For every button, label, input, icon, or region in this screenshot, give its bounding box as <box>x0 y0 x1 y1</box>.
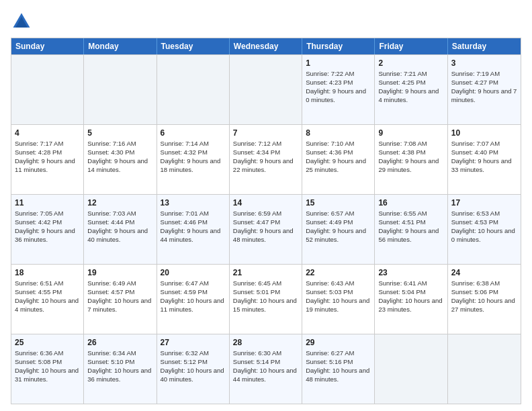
day-cell-17: 17Sunrise: 6:53 AMSunset: 4:53 PMDayligh… <box>448 195 521 264</box>
day-cell-15: 15Sunrise: 6:57 AMSunset: 4:49 PMDayligh… <box>302 195 375 264</box>
day-info: Sunrise: 6:32 AMSunset: 5:12 PMDaylight:… <box>161 349 224 382</box>
day-info: Sunrise: 6:49 AMSunset: 4:57 PMDaylight:… <box>87 279 151 312</box>
day-info: Sunrise: 7:14 AMSunset: 4:32 PMDaylight:… <box>161 140 221 173</box>
day-cell-6: 6Sunrise: 7:14 AMSunset: 4:32 PMDaylight… <box>157 125 230 194</box>
day-info: Sunrise: 7:07 AMSunset: 4:40 PMDaylight:… <box>451 140 512 173</box>
day-cell-29: 29Sunrise: 6:27 AMSunset: 5:16 PMDayligh… <box>302 334 375 404</box>
day-cell-26: 26Sunrise: 6:34 AMSunset: 5:10 PMDayligh… <box>84 334 157 404</box>
day-number: 9 <box>378 128 443 138</box>
day-number: 8 <box>306 128 371 138</box>
day-info: Sunrise: 6:27 AMSunset: 5:16 PMDaylight:… <box>306 349 369 382</box>
day-cell-empty <box>84 55 157 124</box>
week-row-3: 11Sunrise: 7:05 AMSunset: 4:42 PMDayligh… <box>11 194 521 264</box>
day-number: 21 <box>233 267 298 278</box>
calendar-header: SundayMondayTuesdayWednesdayThursdayFrid… <box>11 38 521 54</box>
day-number: 15 <box>306 197 371 208</box>
day-header-thursday: Thursday <box>302 38 375 54</box>
day-number: 12 <box>87 197 152 208</box>
day-cell-13: 13Sunrise: 7:01 AMSunset: 4:46 PMDayligh… <box>157 195 230 264</box>
day-cell-27: 27Sunrise: 6:32 AMSunset: 5:12 PMDayligh… <box>157 334 230 404</box>
day-number: 18 <box>15 267 80 278</box>
day-info: Sunrise: 6:55 AMSunset: 4:51 PMDaylight:… <box>378 210 439 242</box>
day-header-monday: Monday <box>84 38 157 54</box>
day-cell-19: 19Sunrise: 6:49 AMSunset: 4:57 PMDayligh… <box>84 265 157 334</box>
day-number: 5 <box>87 128 152 138</box>
day-info: Sunrise: 7:05 AMSunset: 4:42 PMDaylight:… <box>15 210 75 242</box>
day-number: 29 <box>306 337 371 348</box>
day-cell-empty <box>157 55 230 124</box>
day-cell-8: 8Sunrise: 7:10 AMSunset: 4:36 PMDaylight… <box>302 125 375 194</box>
day-number: 17 <box>451 197 517 208</box>
day-header-sunday: Sunday <box>11 38 84 54</box>
day-number: 25 <box>15 337 80 348</box>
day-cell-7: 7Sunrise: 7:12 AMSunset: 4:34 PMDaylight… <box>230 125 302 194</box>
week-row-2: 4Sunrise: 7:17 AMSunset: 4:28 PMDaylight… <box>11 124 521 194</box>
logo-icon <box>11 11 32 32</box>
day-info: Sunrise: 7:01 AMSunset: 4:46 PMDaylight:… <box>161 210 221 242</box>
day-number: 24 <box>451 267 517 278</box>
day-cell-2: 2Sunrise: 7:21 AMSunset: 4:25 PMDaylight… <box>375 55 447 124</box>
day-number: 20 <box>161 267 226 278</box>
day-info: Sunrise: 7:10 AMSunset: 4:36 PMDaylight:… <box>306 140 366 173</box>
day-info: Sunrise: 6:36 AMSunset: 5:08 PMDaylight:… <box>15 349 79 382</box>
day-number: 11 <box>15 197 80 208</box>
day-cell-empty <box>230 55 302 124</box>
day-number: 28 <box>233 337 298 348</box>
day-info: Sunrise: 6:57 AMSunset: 4:49 PMDaylight:… <box>306 210 366 242</box>
day-info: Sunrise: 7:08 AMSunset: 4:38 PMDaylight:… <box>378 140 439 173</box>
day-cell-22: 22Sunrise: 6:43 AMSunset: 5:03 PMDayligh… <box>302 265 375 334</box>
day-number: 6 <box>161 128 226 138</box>
day-cell-9: 9Sunrise: 7:08 AMSunset: 4:38 PMDaylight… <box>375 125 447 194</box>
day-number: 26 <box>87 337 152 348</box>
day-number: 19 <box>87 267 152 278</box>
day-number: 3 <box>451 58 517 68</box>
header <box>11 11 521 32</box>
week-row-1: 1Sunrise: 7:22 AMSunset: 4:23 PMDaylight… <box>11 54 521 124</box>
day-info: Sunrise: 7:17 AMSunset: 4:28 PMDaylight:… <box>15 140 75 173</box>
day-info: Sunrise: 6:38 AMSunset: 5:06 PMDaylight:… <box>451 279 515 312</box>
day-cell-1: 1Sunrise: 7:22 AMSunset: 4:23 PMDaylight… <box>302 55 375 124</box>
day-cell-14: 14Sunrise: 6:59 AMSunset: 4:47 PMDayligh… <box>230 195 302 264</box>
day-cell-4: 4Sunrise: 7:17 AMSunset: 4:28 PMDaylight… <box>11 125 84 194</box>
day-info: Sunrise: 6:51 AMSunset: 4:55 PMDaylight:… <box>15 279 79 312</box>
logo <box>11 11 35 32</box>
day-header-saturday: Saturday <box>448 38 521 54</box>
day-info: Sunrise: 6:34 AMSunset: 5:10 PMDaylight:… <box>87 349 151 382</box>
day-cell-5: 5Sunrise: 7:16 AMSunset: 4:30 PMDaylight… <box>84 125 157 194</box>
week-row-4: 18Sunrise: 6:51 AMSunset: 4:55 PMDayligh… <box>11 264 521 334</box>
day-info: Sunrise: 7:12 AMSunset: 4:34 PMDaylight:… <box>233 140 294 173</box>
day-number: 4 <box>15 128 80 138</box>
day-header-wednesday: Wednesday <box>230 38 302 54</box>
day-cell-11: 11Sunrise: 7:05 AMSunset: 4:42 PMDayligh… <box>11 195 84 264</box>
day-info: Sunrise: 7:21 AMSunset: 4:25 PMDaylight:… <box>378 70 439 103</box>
week-row-5: 25Sunrise: 6:36 AMSunset: 5:08 PMDayligh… <box>11 334 521 404</box>
day-cell-25: 25Sunrise: 6:36 AMSunset: 5:08 PMDayligh… <box>11 334 84 404</box>
day-header-friday: Friday <box>375 38 447 54</box>
day-cell-10: 10Sunrise: 7:07 AMSunset: 4:40 PMDayligh… <box>448 125 521 194</box>
day-number: 27 <box>161 337 226 348</box>
day-cell-28: 28Sunrise: 6:30 AMSunset: 5:14 PMDayligh… <box>230 334 302 404</box>
day-cell-16: 16Sunrise: 6:55 AMSunset: 4:51 PMDayligh… <box>375 195 447 264</box>
day-cell-empty <box>11 55 84 124</box>
page: SundayMondayTuesdayWednesdayThursdayFrid… <box>0 0 532 411</box>
day-cell-12: 12Sunrise: 7:03 AMSunset: 4:44 PMDayligh… <box>84 195 157 264</box>
day-info: Sunrise: 6:30 AMSunset: 5:14 PMDaylight:… <box>233 349 297 382</box>
day-header-tuesday: Tuesday <box>157 38 230 54</box>
day-number: 10 <box>451 128 517 138</box>
day-cell-21: 21Sunrise: 6:45 AMSunset: 5:01 PMDayligh… <box>230 265 302 334</box>
day-number: 14 <box>233 197 298 208</box>
day-number: 1 <box>306 58 371 68</box>
day-info: Sunrise: 6:53 AMSunset: 4:53 PMDaylight:… <box>451 210 515 242</box>
day-cell-23: 23Sunrise: 6:41 AMSunset: 5:04 PMDayligh… <box>375 265 447 334</box>
day-number: 2 <box>378 58 443 68</box>
day-cell-empty <box>375 334 447 404</box>
day-info: Sunrise: 7:16 AMSunset: 4:30 PMDaylight:… <box>87 140 148 173</box>
day-cell-20: 20Sunrise: 6:47 AMSunset: 4:59 PMDayligh… <box>157 265 230 334</box>
day-info: Sunrise: 7:19 AMSunset: 4:27 PMDaylight:… <box>451 70 517 103</box>
day-number: 23 <box>378 267 443 278</box>
day-number: 7 <box>233 128 298 138</box>
day-info: Sunrise: 7:03 AMSunset: 4:44 PMDaylight:… <box>87 210 148 242</box>
calendar-body: 1Sunrise: 7:22 AMSunset: 4:23 PMDaylight… <box>11 54 521 404</box>
day-info: Sunrise: 6:41 AMSunset: 5:04 PMDaylight:… <box>378 279 442 312</box>
day-info: Sunrise: 6:43 AMSunset: 5:03 PMDaylight:… <box>306 279 369 312</box>
